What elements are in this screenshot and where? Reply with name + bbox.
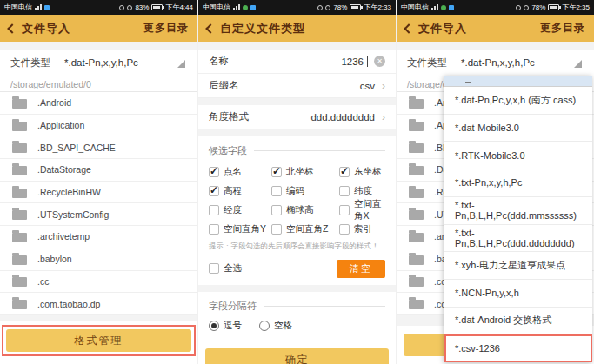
alarm-icon	[119, 5, 124, 10]
checkbox-option[interactable]: 经度	[209, 201, 271, 220]
chevron-right-icon: ›	[382, 111, 385, 123]
radio-option-comma[interactable]: 逗号	[209, 320, 242, 332]
chevron-right-icon: ›	[382, 80, 385, 92]
mute-icon	[524, 5, 529, 10]
mute-icon	[325, 5, 330, 10]
checkbox-icon[interactable]	[271, 224, 282, 235]
more-directories-button[interactable]: 更多目录	[143, 21, 189, 36]
dropdown-item[interactable]: *.NCN-Pn,y,x,h	[444, 280, 592, 308]
separator-section-title: 字段分隔符	[198, 292, 396, 316]
checkbox-icon[interactable]	[209, 263, 219, 274]
folder-icon	[409, 189, 424, 198]
checkbox-icon[interactable]	[339, 167, 350, 177]
name-input-value[interactable]: 1236	[341, 56, 364, 67]
checkbox-option[interactable]: 空间直角X	[339, 201, 385, 220]
checkbox-option[interactable]: 索引	[339, 220, 385, 239]
folder-row[interactable]: .DataStorage	[0, 159, 197, 182]
checkbox-option[interactable]: 编码	[271, 182, 339, 201]
status-bar: 中国电信 78% 下午2:35	[397, 0, 594, 15]
folder-row[interactable]: .Android	[0, 92, 197, 115]
name-field[interactable]: 名称 1236	[198, 50, 396, 74]
format-manage-button[interactable]: 格式管理	[6, 329, 191, 352]
folder-row[interactable]: .com.taobao.dp	[0, 293, 197, 315]
back-icon[interactable]	[7, 23, 17, 33]
suffix-field[interactable]: 后缀名 csv ›	[198, 74, 396, 98]
dropdown-item-csv-1236[interactable]: *.csv-1236	[444, 334, 592, 362]
file-type-selector[interactable]: 文件类型 *.dat-Pn,x,y,h,Pc	[397, 50, 594, 76]
folder-row[interactable]: .BD_SAPI_CACHE	[0, 136, 197, 159]
clear-fields-button[interactable]: 清空	[337, 260, 385, 278]
dropdown-item[interactable]: *.dat-Android 交换格式	[444, 308, 592, 335]
file-type-value[interactable]: *.dat-Pn,x,y,h,Pc	[461, 57, 535, 68]
carrier-label: 中国电信	[401, 3, 429, 12]
status-bar: 中国电信 83% 下午4:44	[0, 0, 197, 15]
notification-dot-icon	[441, 5, 446, 10]
signal-icon	[233, 4, 240, 10]
folder-row[interactable]: .UTSystemConfig	[0, 203, 197, 226]
clock-label: 下午4:44	[165, 3, 193, 12]
folder-row[interactable]: .Application	[0, 115, 197, 137]
checkbox-icon[interactable]	[209, 205, 219, 215]
angle-format-field[interactable]: 角度格式 ddd.dddddddd ›	[198, 105, 396, 129]
dropdown-item[interactable]: *.xyh-电力之星道亨成果点	[444, 252, 592, 280]
battery-icon	[548, 4, 559, 10]
checkbox-icon[interactable]	[271, 167, 282, 177]
status-bar: 中国电信 78% 下午2:33	[198, 0, 396, 15]
checkbox-icon[interactable]	[209, 224, 219, 235]
folder-row[interactable]: .cc	[0, 271, 197, 294]
clock-label: 下午2:35	[562, 3, 590, 12]
checkbox-option[interactable]: 椭球高	[271, 201, 339, 220]
checkbox-icon[interactable]	[339, 186, 350, 196]
checkbox-icon[interactable]	[271, 205, 282, 215]
clear-icon[interactable]	[374, 56, 385, 67]
checkbox-option[interactable]: 空间直角Z	[271, 220, 339, 239]
checkbox-icon[interactable]	[339, 205, 350, 215]
panel-file-import: 中国电信 83% 下午4:44 文件导入 更多目录 文件类型 *.dat-Pn,…	[0, 0, 197, 364]
dropdown-item[interactable]: *.dat-Pn,Pc,y,x,h (南方 cass)	[444, 87, 592, 115]
dropdown-triangle-icon[interactable]	[177, 60, 185, 68]
dropdown-item[interactable]: *.txt-Pn,B,L,H,Pc(ddd.mmssssss)	[444, 197, 592, 225]
folder-row[interactable]: .babylon	[0, 248, 197, 271]
signal-icon	[35, 4, 42, 10]
back-icon[interactable]	[205, 23, 215, 33]
checkbox-option[interactable]: 北坐标	[271, 162, 339, 182]
dropdown-triangle-icon[interactable]	[574, 60, 582, 68]
dropdown-selected-item-partial[interactable]	[444, 76, 592, 87]
radio-option-space[interactable]: 空格	[259, 320, 292, 332]
confirm-button[interactable]: 确定	[205, 348, 389, 364]
bottom-button-zone: 确定	[198, 341, 396, 364]
dropdown-item[interactable]: *.txt-Pn,B,L,H,Pc(ddd.dddddddd)	[444, 225, 592, 253]
checkbox-icon[interactable]	[271, 186, 282, 196]
separator-options: 逗号 空格	[198, 316, 396, 341]
dropdown-item[interactable]: *.txt-Pn,x,y,h,Pc	[444, 169, 592, 197]
hint-text: 提示：字段勾选的先后顺序会直接影响字段的样式！	[198, 239, 396, 256]
screenshot-icon	[44, 5, 50, 10]
checkbox-option[interactable]: 高程	[209, 182, 271, 201]
checkbox-icon[interactable]	[339, 224, 350, 235]
folder-icon	[12, 210, 27, 220]
folder-row[interactable]: .archivetemp	[0, 226, 197, 248]
select-all-option[interactable]: 全选	[209, 259, 242, 278]
alarm-icon	[516, 5, 521, 10]
file-type-value[interactable]: *.dat-Pn,x,y,h,Pc	[64, 57, 138, 68]
checkbox-icon[interactable]	[209, 186, 219, 196]
folder-icon	[12, 233, 27, 242]
checkbox-option[interactable]: 点名	[209, 162, 271, 182]
more-directories-button[interactable]: 更多目录	[540, 21, 585, 36]
radio-icon[interactable]	[259, 321, 270, 331]
title-bar: 文件导入 更多目录	[397, 15, 594, 42]
candidate-fields-section-title: 候选字段	[198, 136, 396, 161]
file-type-selector[interactable]: 文件类型 *.dat-Pn,x,y,h,Pc	[0, 50, 197, 76]
page-title[interactable]: 文件导入	[22, 21, 70, 36]
back-icon[interactable]	[404, 23, 413, 33]
checkbox-icon[interactable]	[209, 167, 219, 177]
checkbox-option[interactable]: 空间直角Y	[209, 220, 271, 239]
radio-icon[interactable]	[209, 321, 219, 331]
carrier-label: 中国电信	[4, 3, 32, 12]
dropdown-item[interactable]: *.RTK-Mobile3.0	[444, 142, 592, 169]
checkbox-option[interactable]: 东坐标	[339, 162, 385, 182]
file-type-dropdown-menu: *.dat-Pn,Pc,y,x,h (南方 cass) *.dat-Mobile…	[444, 76, 592, 362]
dropdown-item[interactable]: *.dat-Mobile3.0	[444, 115, 592, 142]
folder-row[interactable]: .RecycleBinHW	[0, 182, 197, 204]
page-title[interactable]: 文件导入	[418, 21, 467, 36]
